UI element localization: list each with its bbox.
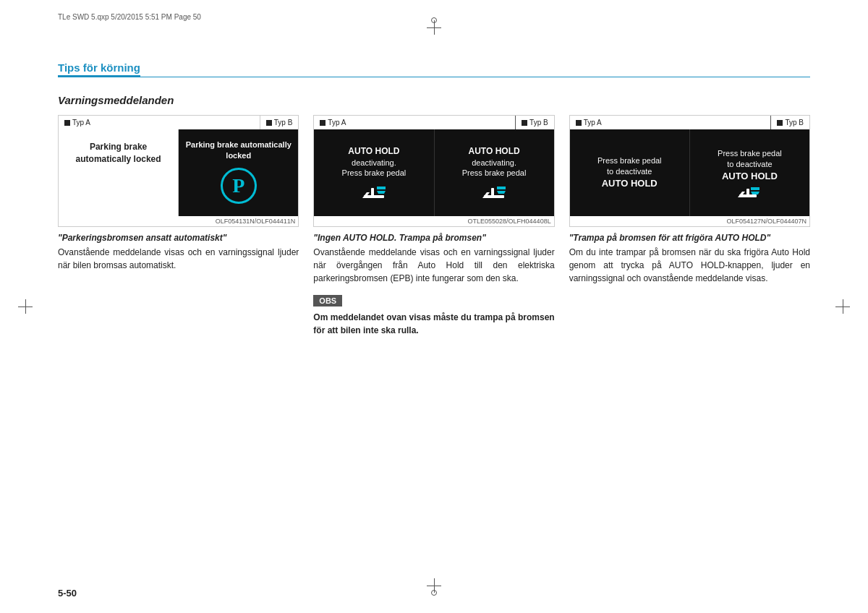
panel-a-line2-col3: to deactivate	[597, 166, 662, 177]
caption-body-col1: Ovanstående meddelande visas och en varn…	[58, 246, 299, 272]
caption-title-col2: "Ingen AUTO HOLD. Trampa på bromsen"	[313, 233, 554, 243]
panel-b-col1: Parking brake automatically locked P	[179, 129, 298, 216]
panel-a-line1-col3: Press brake pedal	[597, 155, 662, 166]
brake-pedal-icon-b-col2	[478, 182, 510, 204]
side-mark-left-icon	[14, 296, 36, 317]
svg-rect-6	[491, 188, 494, 197]
panel-a-text-col3: Press brake pedal to deactivate AUTO HOL…	[595, 151, 665, 195]
side-mark-right-icon	[832, 296, 854, 317]
section-title-bar: Tips för körning	[58, 61, 810, 77]
two-panel-col1: Parking brake automatically locked Parki…	[59, 129, 298, 216]
typ-a-square-col3	[576, 120, 582, 126]
file-info: TLe SWD 5.qxp 5/20/2015 5:51 PM Page 50	[58, 13, 201, 21]
typ-a-label-col3: Typ A	[570, 116, 608, 129]
panel-b-line2-col3: to deactivate	[718, 159, 782, 170]
svg-marker-9	[497, 191, 506, 194]
svg-marker-4	[377, 191, 386, 194]
panel-b-line3-col2: Press brake pedal	[462, 168, 527, 178]
obs-text: Om meddelandet ovan visas måste du tramp…	[313, 311, 554, 337]
typ-b-square-col1	[266, 120, 272, 126]
obs-box: OBS	[313, 295, 342, 306]
varnings-heading: Varningsmeddelanden	[58, 94, 810, 106]
col-3: Typ A Typ B Press brake pedal to deactiv…	[569, 115, 810, 289]
panel-b-col2: AUTO HOLD deactivating. Press brake peda…	[435, 129, 554, 216]
two-panel-col3: Press brake pedal to deactivate AUTO HOL…	[570, 129, 809, 216]
col-1: Typ A Typ B Parking brake automatically …	[58, 115, 299, 276]
panel-b-text-col2: AUTO HOLD deactivating. Press brake peda…	[461, 142, 528, 182]
svg-marker-14	[751, 192, 760, 194]
ref-col3: OLF054127N/OLF044407N	[570, 216, 809, 226]
ref-col2: OTLE055028/OLFH044408L	[314, 216, 553, 226]
caption-body-col3: Om du inte trampar på bromsen när du ska…	[569, 246, 810, 285]
page-number: 5-50	[58, 588, 77, 599]
typ-a-square-col2	[320, 120, 326, 126]
caption-title-col1: "Parkeringsbromsen ansatt automatiskt"	[58, 233, 299, 243]
caption-title-col3: "Trampa på bromsen för att frigöra AUTO …	[569, 233, 810, 243]
diagram-col1: Typ A Typ B Parking brake automatically …	[58, 115, 299, 227]
brake-pedal-icon-a-col2	[358, 182, 390, 204]
panel-a-line3-col2: Press brake pedal	[342, 168, 407, 178]
panel-b-col3: Press brake pedal to deactivate AUTO HOL…	[690, 129, 809, 216]
section-title: Tips för körning	[58, 61, 140, 77]
section-title-underline	[58, 77, 810, 77]
typ-b-label-col2: Typ B	[515, 116, 554, 129]
diagram-col3: Typ A Typ B Press brake pedal to deactiv…	[569, 115, 810, 227]
typ-a-label-col2: Typ A	[314, 116, 352, 129]
parking-p-icon: P	[232, 176, 244, 196]
typ-b-label-col3: Typ B	[770, 116, 809, 129]
diagram-header-col1: Typ A Typ B	[59, 116, 298, 129]
col-2: Typ A Typ B AUTO HOLD deactivating. Pres…	[313, 115, 554, 337]
two-panel-col2: AUTO HOLD deactivating. Press brake peda…	[314, 129, 553, 216]
typ-b-square-col3	[777, 120, 783, 126]
panel-b-line1-col2: AUTO HOLD	[462, 146, 527, 158]
caption-col1: "Parkeringsbromsen ansatt automatiskt" O…	[58, 233, 299, 272]
caption-col3: "Trampa på bromsen för att frigöra AUTO …	[569, 233, 810, 285]
panel-b-line2-col2: deactivating.	[462, 158, 527, 168]
caption-col2: "Ingen AUTO HOLD. Trampa på bromsen" Ova…	[313, 233, 554, 285]
panel-a-col1: Parking brake automatically locked	[59, 129, 179, 216]
panel-a-line1-col2: AUTO HOLD	[342, 146, 407, 158]
typ-a-label-col1: Typ A	[59, 116, 96, 129]
crosshair-circle-bottom	[431, 590, 437, 596]
diagram-header-col2: Typ A Typ B	[314, 116, 553, 129]
brake-pedal-icon-col3	[736, 184, 762, 202]
panel-b-line3-col3: AUTO HOLD	[718, 170, 782, 183]
panel-a-col2: AUTO HOLD deactivating. Press brake peda…	[314, 129, 434, 216]
svg-marker-8	[497, 187, 506, 189]
diagram-col2: Typ A Typ B AUTO HOLD deactivating. Pres…	[313, 115, 554, 227]
panel-a-col3: Press brake pedal to deactivate AUTO HOL…	[570, 129, 690, 216]
typ-a-square-col1	[64, 120, 70, 126]
panel-a-line3-col3: AUTO HOLD	[597, 177, 662, 190]
parking-symbol-col1: P	[221, 168, 257, 204]
caption-body-col2: Ovanstående meddelande visas och en varn…	[313, 246, 554, 285]
svg-marker-13	[751, 187, 760, 190]
diagram-header-col3: Typ A Typ B	[570, 116, 809, 129]
ref-col1: OLF054131N/OLF044411N	[59, 216, 298, 226]
crosshair-circle-top	[431, 17, 437, 23]
typ-b-label-col1: Typ B	[260, 116, 299, 129]
panel-a-line2-col2: deactivating.	[342, 158, 407, 168]
panel-a-text-col1: Parking brake automatically locked	[61, 135, 175, 171]
panel-b-text-col1: Parking brake automatically locked	[182, 135, 295, 163]
panel-b-text-col3: Press brake pedal to deactivate AUTO HOL…	[715, 144, 785, 185]
panel-b-line1-col3: Press brake pedal	[718, 148, 782, 159]
typ-b-square-col2	[522, 120, 527, 126]
columns-container: Typ A Typ B Parking brake automatically …	[58, 115, 810, 337]
main-content: Varningsmeddelanden Typ A Typ B	[58, 94, 810, 570]
panel-a-text-col2: AUTO HOLD deactivating. Press brake peda…	[341, 142, 408, 182]
svg-rect-11	[746, 189, 749, 196]
svg-rect-1	[371, 188, 374, 197]
svg-marker-3	[377, 187, 386, 189]
